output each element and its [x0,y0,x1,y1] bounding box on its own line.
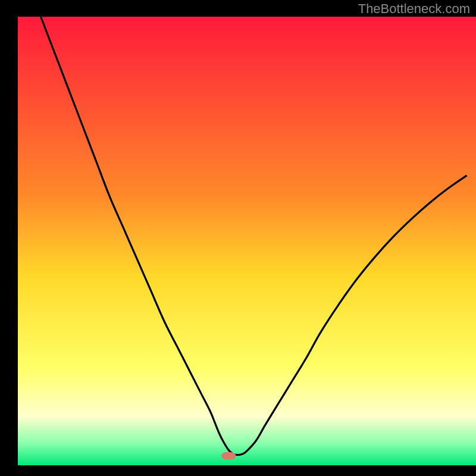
watermark-text: TheBottleneck.com [358,1,470,17]
chart-svg [0,0,476,476]
optimum-marker [221,452,236,460]
plot-background [18,17,476,465]
bottleneck-chart: TheBottleneck.com [0,0,476,476]
